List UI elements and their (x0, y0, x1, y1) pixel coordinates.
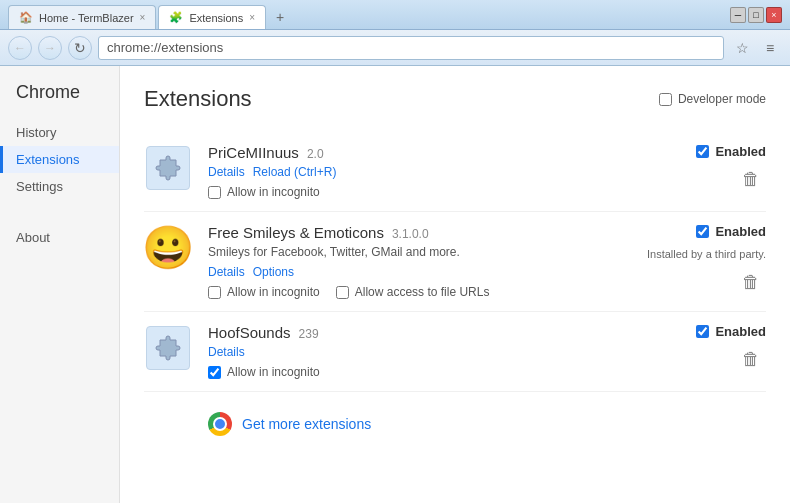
get-more-extensions-link[interactable]: Get more extensions (242, 416, 371, 432)
extension-hoofsounds: HoofSounds 239 Details Allow in incognit… (144, 312, 766, 392)
tab-extensions-label: Extensions (189, 12, 243, 24)
ext-pricemilnuus-enabled-checkbox[interactable] (696, 145, 709, 158)
ext-pricemilnuus-links: Details Reload (Ctrl+R) (208, 165, 630, 179)
tab-home-favicon: 🏠 (19, 11, 33, 24)
tab-group: 🏠 Home - TermBlazer × 🧩 Extensions × + (8, 0, 292, 29)
chrome-logo-icon (208, 412, 232, 436)
bookmark-star-button[interactable]: ☆ (730, 36, 754, 60)
ext-smileys-enabled-row: Enabled (696, 224, 766, 239)
tab-home-close[interactable]: × (140, 12, 146, 23)
maximize-button[interactable]: □ (748, 7, 764, 23)
ext-hoofsounds-name-row: HoofSounds 239 (208, 324, 630, 341)
sidebar-item-extensions[interactable]: Extensions (0, 146, 119, 173)
ext-hoofsounds-controls: Enabled 🗑 (646, 324, 766, 372)
ext-hoofsounds-links: Details (208, 345, 630, 359)
ext-pricemilnuus-version: 2.0 (307, 147, 324, 161)
window-controls: ─ □ × (730, 7, 782, 23)
ext-pricemilnuus-name: PriCeMIInuus (208, 144, 299, 161)
ext-pricemilnuus-icon (144, 144, 192, 192)
ext-smileys-body: Free Smileys & Emoticons 3.1.0.0 Smileys… (208, 224, 630, 299)
ext-hoofsounds-body: HoofSounds 239 Details Allow in incognit… (208, 324, 630, 379)
ext-smileys-icon: 😀 (144, 224, 192, 272)
content-area: Extensions Developer mode PriCeMIInuus 2… (120, 66, 790, 503)
ext-pricemilnuus-incognito-label: Allow in incognito (227, 185, 320, 199)
ext-pricemilnuus-incognito-checkbox[interactable] (208, 186, 221, 199)
ext-hoofsounds-enabled-label: Enabled (715, 324, 766, 339)
developer-mode-toggle[interactable]: Developer mode (659, 92, 766, 106)
puzzle-piece-icon (146, 146, 190, 190)
ext-hoofsounds-delete-button[interactable]: 🗑 (736, 347, 766, 372)
close-button[interactable]: × (766, 7, 782, 23)
ext-pricemilnuus-name-row: PriCeMIInuus 2.0 (208, 144, 630, 161)
tab-extensions[interactable]: 🧩 Extensions × (158, 5, 266, 29)
ext-smileys-version: 3.1.0.0 (392, 227, 429, 241)
ext-hoofsounds-name: HoofSounds (208, 324, 291, 341)
ext-smileys-details-link[interactable]: Details (208, 265, 245, 279)
page-title: Extensions (144, 86, 252, 112)
ext-smileys-name-row: Free Smileys & Emoticons 3.1.0.0 (208, 224, 630, 241)
ext-smileys-incognito-row: Allow in incognito Allow access to file … (208, 285, 630, 299)
ext-smileys-name: Free Smileys & Emoticons (208, 224, 384, 241)
sidebar: Chrome History Extensions Settings About (0, 66, 120, 503)
ext-smileys-incognito-label[interactable]: Allow in incognito (208, 285, 320, 299)
ext-smileys-controls: Enabled Installed by a third party. 🗑 (646, 224, 766, 295)
ext-hoofsounds-incognito-label: Allow in incognito (227, 365, 320, 379)
content-header: Extensions Developer mode (144, 86, 766, 112)
toolbar: ← → ↻ chrome://extensions ☆ ≡ (0, 30, 790, 66)
ext-smileys-third-party: Installed by a third party. (647, 247, 766, 262)
sidebar-divider (0, 200, 119, 216)
ext-pricemilnuus-delete-button[interactable]: 🗑 (736, 167, 766, 192)
forward-button[interactable]: → (38, 36, 62, 60)
ext-smileys-description: Smileys for Facebook, Twitter, GMail and… (208, 245, 630, 259)
ext-pricemilnuus-controls: Enabled 🗑 (646, 144, 766, 192)
ext-hoofsounds-version: 239 (299, 327, 319, 341)
extension-pricemilnuus: PriCeMIInuus 2.0 Details Reload (Ctrl+R)… (144, 132, 766, 212)
back-button[interactable]: ← (8, 36, 32, 60)
ext-smileys-enabled-checkbox[interactable] (696, 225, 709, 238)
extension-free-smileys: 😀 Free Smileys & Emoticons 3.1.0.0 Smile… (144, 212, 766, 312)
tab-home-label: Home - TermBlazer (39, 12, 134, 24)
tab-extensions-favicon: 🧩 (169, 11, 183, 24)
ext-pricemilnuus-enabled-row: Enabled (696, 144, 766, 159)
new-tab-button[interactable]: + (268, 5, 292, 29)
developer-mode-checkbox[interactable] (659, 93, 672, 106)
ext-hoofsounds-icon (144, 324, 192, 372)
puzzle-piece-icon-2 (146, 326, 190, 370)
ext-pricemilnuus-details-link[interactable]: Details (208, 165, 245, 179)
ext-pricemilnuus-enabled-label: Enabled (715, 144, 766, 159)
minimize-button[interactable]: ─ (730, 7, 746, 23)
ext-pricemilnuus-incognito: Allow in incognito (208, 185, 630, 199)
ext-hoofsounds-enabled-checkbox[interactable] (696, 325, 709, 338)
ext-hoofsounds-enabled-row: Enabled (696, 324, 766, 339)
sidebar-item-settings[interactable]: Settings (0, 173, 119, 200)
ext-hoofsounds-details-link[interactable]: Details (208, 345, 245, 359)
tab-extensions-close[interactable]: × (249, 12, 255, 23)
main-layout: Chrome History Extensions Settings About… (0, 66, 790, 503)
ext-pricemilnuus-reload-link[interactable]: Reload (Ctrl+R) (253, 165, 337, 179)
developer-mode-label: Developer mode (678, 92, 766, 106)
ext-smileys-links: Details Options (208, 265, 630, 279)
reload-button[interactable]: ↻ (68, 36, 92, 60)
ext-smileys-delete-button[interactable]: 🗑 (736, 270, 766, 295)
address-text: chrome://extensions (107, 40, 223, 55)
ext-hoofsounds-incognito-checkbox[interactable] (208, 366, 221, 379)
ext-smileys-enabled-label: Enabled (715, 224, 766, 239)
get-more-extensions-row: Get more extensions (144, 392, 766, 444)
sidebar-item-about[interactable]: About (0, 224, 119, 251)
sidebar-title: Chrome (0, 82, 119, 119)
toolbar-right: ☆ ≡ (730, 36, 782, 60)
tab-home[interactable]: 🏠 Home - TermBlazer × (8, 5, 156, 29)
address-bar[interactable]: chrome://extensions (98, 36, 724, 60)
ext-smileys-incognito-checkbox[interactable] (208, 286, 221, 299)
title-bar: 🏠 Home - TermBlazer × 🧩 Extensions × + ─… (0, 0, 790, 30)
sidebar-item-history[interactable]: History (0, 119, 119, 146)
ext-smileys-fileurl-checkbox[interactable] (336, 286, 349, 299)
ext-pricemilnuus-body: PriCeMIInuus 2.0 Details Reload (Ctrl+R)… (208, 144, 630, 199)
ext-smileys-fileurl-label[interactable]: Allow access to file URLs (336, 285, 490, 299)
ext-hoofsounds-incognito: Allow in incognito (208, 365, 630, 379)
chrome-menu-button[interactable]: ≡ (758, 36, 782, 60)
smiley-emoji-icon: 😀 (142, 227, 194, 269)
ext-smileys-options-link[interactable]: Options (253, 265, 294, 279)
